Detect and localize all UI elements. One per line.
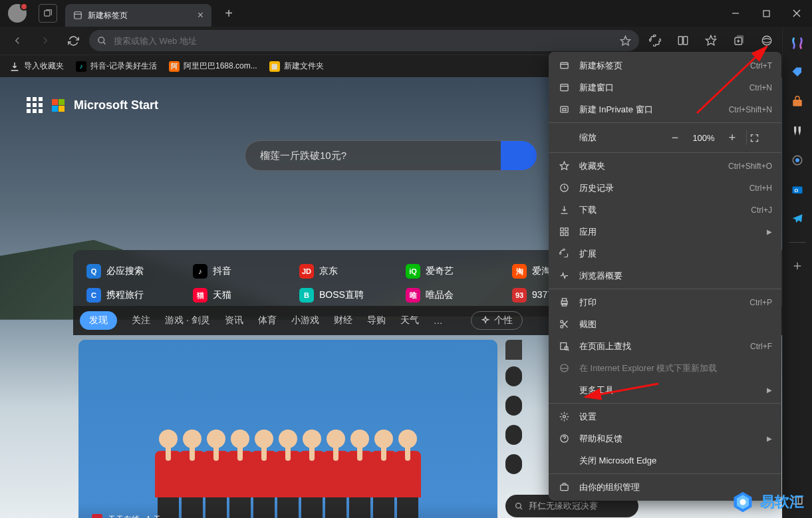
- download-icon: [558, 205, 570, 215]
- collections-button[interactable]: [727, 30, 751, 51]
- copilot-icon[interactable]: [789, 35, 806, 52]
- menu-extensions[interactable]: 扩展: [549, 243, 781, 265]
- chevron-right-icon: ▶: [767, 228, 772, 235]
- watermark: 易软汇: [731, 490, 804, 514]
- tag-icon[interactable]: [789, 64, 806, 81]
- back-button[interactable]: [5, 30, 29, 51]
- menu-new-window[interactable]: 新建窗口Ctrl+N: [549, 76, 781, 98]
- zoom-out-button[interactable]: −: [664, 131, 686, 145]
- add-sidebar-icon[interactable]: [789, 257, 806, 275]
- games-icon[interactable]: [789, 122, 806, 140]
- menu-apps[interactable]: 应用▶: [549, 221, 781, 243]
- feed-tab[interactable]: 关注: [132, 315, 150, 326]
- shopping-icon[interactable]: [789, 93, 806, 110]
- svg-rect-1: [74, 12, 82, 19]
- svg-point-21: [516, 503, 521, 508]
- feed-tab[interactable]: 导购: [367, 315, 386, 326]
- bookmark-folder[interactable]: ▦新建文件夹: [269, 61, 324, 72]
- menu-more-tools[interactable]: 更多工具▶: [549, 379, 781, 401]
- feed-tab[interactable]: 发现: [80, 311, 117, 330]
- news-image: [78, 340, 497, 518]
- puzzle-icon: [558, 249, 570, 259]
- menu-downloads[interactable]: 下载Ctrl+J: [549, 199, 781, 221]
- quick-link-item[interactable]: BBOSS直聘: [299, 288, 379, 303]
- menu-favorites[interactable]: 收藏夹Ctrl+Shift+O: [549, 155, 781, 177]
- quick-link-item[interactable]: C携程旅行: [86, 288, 166, 303]
- quick-link-item[interactable]: 猫天猫: [193, 288, 273, 303]
- close-window-button[interactable]: [781, 0, 812, 27]
- new-tab-button[interactable]: +: [219, 6, 238, 21]
- feed-tab-more[interactable]: …: [434, 315, 443, 326]
- url-input[interactable]: [114, 36, 620, 46]
- import-favorites-button[interactable]: 导入收藏夹: [9, 61, 64, 72]
- bookmark-item[interactable]: 阿阿里巴巴1688.com...: [169, 61, 257, 72]
- quick-link-icon: B: [299, 288, 314, 303]
- feed-tab[interactable]: 财经: [334, 315, 352, 326]
- tab-title: 新建标签页: [88, 10, 128, 21]
- browser-tab[interactable]: 新建标签页 ×: [65, 4, 211, 27]
- svg-rect-3: [763, 11, 769, 17]
- svg-marker-8: [620, 36, 630, 45]
- feed-tab[interactable]: 小游戏: [291, 315, 319, 326]
- quick-link-item[interactable]: 唯唯品会: [406, 288, 485, 303]
- svg-point-17: [762, 36, 771, 45]
- menu-settings[interactable]: 设置: [549, 406, 781, 428]
- quick-link-icon: 93: [512, 288, 527, 303]
- svg-rect-23: [793, 100, 802, 106]
- maximize-button[interactable]: [751, 0, 781, 27]
- quick-link-item[interactable]: JD京东: [299, 264, 379, 279]
- news-card[interactable]: 天天在线 · 1 天 椰树集团广告违背公序良俗被罚40万元，百亿目标遥遥无期: [78, 340, 497, 518]
- titlebar: 新建标签页 × +: [0, 0, 812, 27]
- office-icon[interactable]: [789, 152, 806, 169]
- douyin-icon: ♪: [76, 61, 86, 72]
- split-button[interactable]: [671, 30, 695, 51]
- scissors-icon: [558, 319, 570, 329]
- feed-tab[interactable]: 天气: [400, 315, 419, 326]
- address-bar[interactable]: [89, 30, 639, 51]
- fullscreen-button[interactable]: [749, 133, 772, 143]
- refresh-button[interactable]: [61, 30, 85, 51]
- feed-tab[interactable]: 资讯: [225, 315, 243, 326]
- quick-link-item[interactable]: iQ爱奇艺: [406, 264, 485, 279]
- quick-link-icon: 唯: [406, 288, 420, 303]
- svg-point-46: [560, 321, 563, 323]
- workspaces-button[interactable]: [39, 4, 57, 23]
- menu-print[interactable]: 打印Ctrl+P: [549, 291, 781, 313]
- ie-mode-button[interactable]: [755, 30, 779, 51]
- extensions-button[interactable]: [643, 30, 667, 51]
- telegram-icon[interactable]: [789, 210, 806, 227]
- menu-close-edge[interactable]: 关闭 Microsoft Edge: [549, 450, 781, 471]
- feed-tab[interactable]: 体育: [258, 315, 277, 326]
- svg-rect-10: [684, 37, 688, 45]
- chevron-right-icon: ▶: [767, 435, 772, 442]
- profile-avatar[interactable]: [8, 4, 27, 23]
- window-controls: [720, 0, 812, 27]
- menu-help[interactable]: 帮助和反馈▶: [549, 428, 781, 450]
- apps-icon: [558, 227, 570, 237]
- outlook-icon[interactable]: O: [789, 181, 806, 198]
- personalize-button[interactable]: 个性: [471, 311, 523, 330]
- menu-new-tab[interactable]: 新建标签页Ctrl+T: [549, 55, 781, 76]
- favorites-button[interactable]: [699, 30, 723, 51]
- minimize-button[interactable]: [720, 0, 751, 27]
- menu-new-inprivate[interactable]: 新建 InPrivate 窗口Ctrl+Shift+N: [549, 98, 781, 120]
- menu-screenshot[interactable]: 截图: [549, 313, 781, 335]
- bookmark-item[interactable]: ♪抖音-记录美好生活: [76, 61, 157, 72]
- svg-rect-44: [562, 299, 566, 301]
- quick-link-item[interactable]: ♪抖音: [193, 264, 273, 279]
- menu-find[interactable]: 在页面上查找Ctrl+F: [549, 335, 781, 357]
- feed-tab[interactable]: 游戏 · 剑灵: [165, 315, 210, 326]
- svg-line-7: [103, 42, 105, 44]
- quick-link-item[interactable]: Q必应搜索: [86, 264, 166, 279]
- menu-history[interactable]: 历史记录Ctrl+H: [549, 177, 781, 199]
- favorite-star-icon[interactable]: [620, 35, 631, 47]
- content-search-box[interactable]: 榴莲一斤跌破10元?: [245, 140, 537, 171]
- menu-essentials[interactable]: 浏览器概要: [549, 265, 781, 287]
- svg-marker-37: [560, 162, 569, 170]
- apps-launcher-icon[interactable]: [27, 97, 43, 113]
- history-icon: [558, 183, 570, 193]
- zoom-in-button[interactable]: +: [721, 131, 744, 145]
- sparkle-icon: [481, 316, 490, 325]
- close-tab-button[interactable]: ×: [198, 9, 203, 21]
- print-icon: [558, 297, 570, 307]
